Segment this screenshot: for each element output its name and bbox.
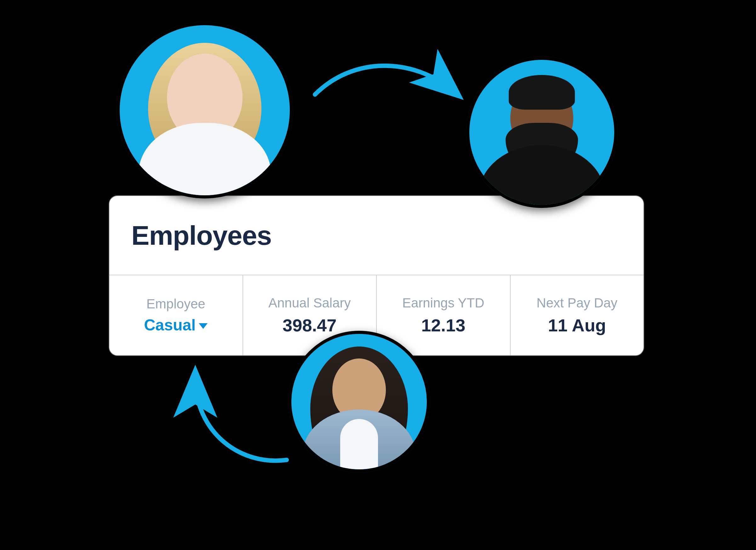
cell-label-annual-salary: Annual Salary [268,295,351,311]
arrow-up-left-icon [173,365,306,479]
employee-type-value: Casual [144,316,196,334]
employees-card: Employees Employee Casual Annual Salary … [109,195,644,356]
employee-avatar-3 [288,331,430,473]
cell-label-earnings-ytd: Earnings YTD [402,295,484,311]
person-illustration [120,25,290,195]
person-illustration [291,334,427,469]
cell-value-earnings-ytd: 12.13 [421,315,465,335]
caret-down-icon [199,323,208,329]
employee-type-dropdown[interactable]: Casual [144,316,208,334]
cell-label-employee: Employee [146,296,205,312]
cell-next-pay-day: Next Pay Day 11 Aug [511,275,644,355]
cell-label-next-pay-day: Next Pay Day [536,295,617,311]
cell-employee: Employee Casual [109,275,243,355]
cell-value-annual-salary: 398.47 [283,315,336,335]
card-title: Employees [131,220,272,251]
arrow-right-icon [309,50,466,132]
canvas: Employees Employee Casual Annual Salary … [0,0,756,550]
employee-avatar-1 [117,22,293,198]
cell-value-next-pay-day: 11 Aug [548,315,606,335]
card-header: Employees [109,196,644,275]
person-illustration [469,60,614,205]
employee-avatar-2 [466,57,617,208]
